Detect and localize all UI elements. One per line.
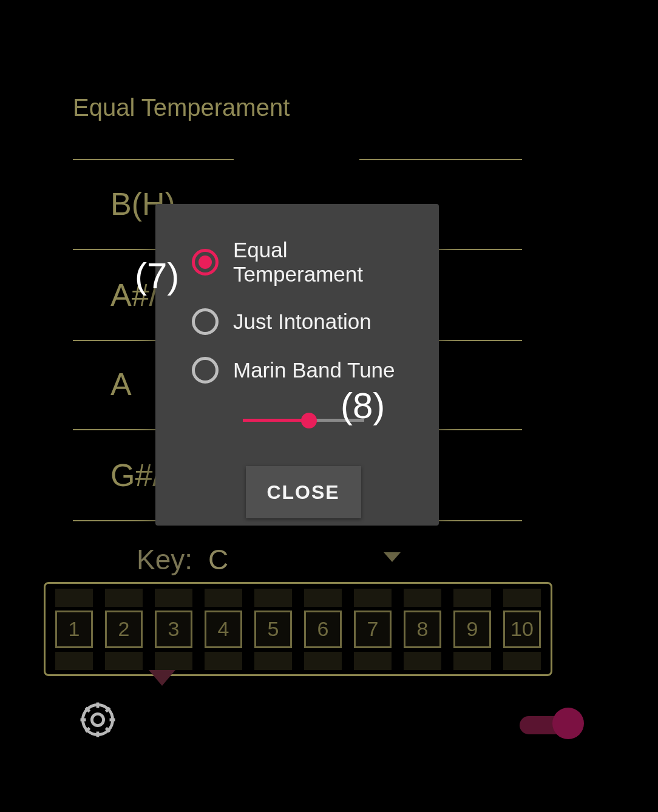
annotation-7: (7) <box>135 255 179 297</box>
power-toggle[interactable] <box>520 710 580 739</box>
hole-number: 5 <box>254 611 292 648</box>
key-label: Key: <box>137 543 192 576</box>
hole-marker-icon <box>149 670 175 686</box>
key-selector[interactable]: Key: C <box>137 543 228 576</box>
harp-hole[interactable]: 8 <box>398 585 447 674</box>
harp-hole[interactable]: 2 <box>99 585 149 674</box>
harp-hole[interactable]: 1 <box>49 585 99 674</box>
annotation-8: (8) <box>341 385 385 427</box>
radio-icon <box>192 249 219 276</box>
radio-marin-band-tune[interactable]: Marin Band Tune <box>192 357 415 384</box>
radio-just-intonation[interactable]: Just Intonation <box>192 308 415 335</box>
radio-label: Equal Temperament <box>233 238 415 286</box>
harmonica-bar[interactable]: 1 2 3 4 5 6 7 8 9 10 <box>44 582 552 676</box>
hole-number: 9 <box>453 611 491 648</box>
temperament-heading: Equal Temperament <box>73 94 290 121</box>
harp-hole[interactable]: 10 <box>497 585 547 674</box>
harp-hole[interactable]: 4 <box>198 585 248 674</box>
hole-number: 7 <box>354 611 392 648</box>
chevron-down-icon[interactable] <box>384 552 401 562</box>
harp-hole[interactable]: 3 <box>149 585 198 674</box>
hole-number: 4 <box>205 611 242 648</box>
hole-number: 10 <box>503 611 541 648</box>
svg-point-0 <box>92 714 103 725</box>
radio-equal-temperament[interactable]: Equal Temperament <box>192 238 415 286</box>
radio-label: Just Intonation <box>233 310 371 334</box>
key-value: C <box>208 543 228 576</box>
svg-point-1 <box>83 705 112 734</box>
toggle-thumb <box>552 708 584 739</box>
hole-number: 6 <box>304 611 342 648</box>
hole-number: 1 <box>55 611 93 648</box>
gear-icon[interactable] <box>76 698 120 742</box>
hole-number: 3 <box>155 611 192 648</box>
harp-hole[interactable]: 7 <box>348 585 398 674</box>
harp-hole[interactable]: 6 <box>298 585 348 674</box>
harp-hole[interactable]: 5 <box>248 585 298 674</box>
hole-number: 2 <box>105 611 143 648</box>
note-label: A <box>110 366 132 402</box>
note-label: G#/ <box>110 457 161 493</box>
harp-hole[interactable]: 9 <box>447 585 497 674</box>
radio-icon <box>192 308 219 335</box>
hole-number: 8 <box>404 611 441 648</box>
slider-thumb[interactable] <box>301 413 317 428</box>
radio-label: Marin Band Tune <box>233 358 395 382</box>
close-button[interactable]: CLOSE <box>246 466 361 518</box>
radio-icon <box>192 357 219 384</box>
slider-fill <box>243 419 307 422</box>
temperament-dialog: Equal Temperament Just Intonation Marin … <box>155 204 439 526</box>
